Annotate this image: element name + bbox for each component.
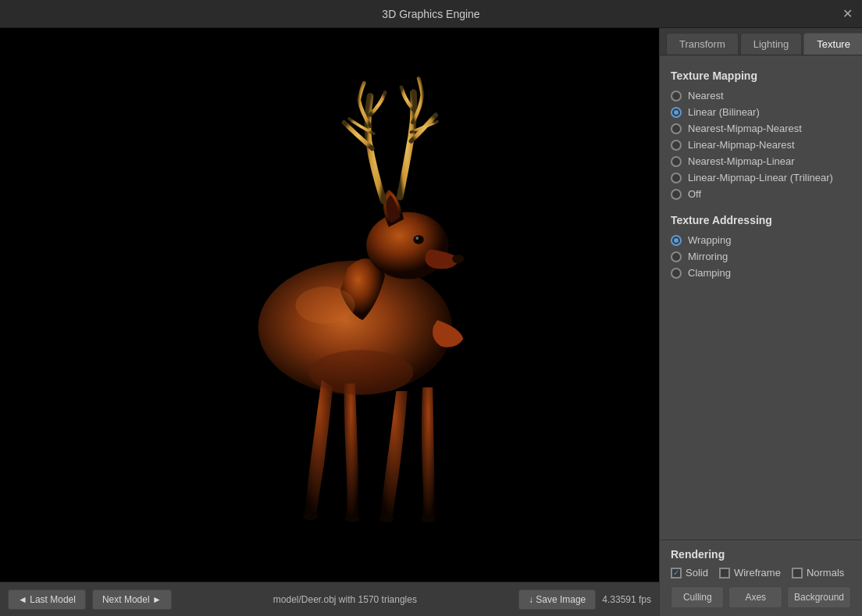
title-bar: 3D Graphics Engine ✕ bbox=[0, 0, 862, 28]
checkbox-solid-label: Solid bbox=[686, 567, 708, 579]
viewport-bottom-bar: ◄ Last Model Next Model ► model/Deer.obj… bbox=[0, 582, 659, 616]
checkbox-solid-item[interactable]: Solid bbox=[671, 567, 708, 579]
radio-linear-bilinear[interactable]: Linear (Bilinear) bbox=[671, 106, 851, 118]
fps-display: 4.33591 fps bbox=[602, 594, 651, 605]
radio-nearest[interactable]: Nearest bbox=[671, 90, 851, 101]
rendering-title: Rendering bbox=[671, 548, 851, 561]
svg-point-7 bbox=[379, 515, 394, 522]
window-title: 3D Graphics Engine bbox=[382, 8, 479, 20]
checkbox-normals-box bbox=[792, 568, 803, 579]
radio-mirroring-label: Mirroring bbox=[688, 251, 728, 262]
close-button[interactable]: ✕ bbox=[842, 8, 853, 20]
radio-nearest-mipmap-nearest[interactable]: Nearest-Mipmap-Nearest bbox=[671, 123, 851, 134]
svg-point-5 bbox=[303, 512, 318, 520]
radio-nearest-circle bbox=[671, 91, 682, 101]
radio-clamping-circle bbox=[671, 268, 682, 279]
radio-nearest-label: Nearest bbox=[688, 90, 724, 101]
save-image-button[interactable]: ↓ Save Image bbox=[518, 589, 596, 610]
culling-button[interactable]: Culling bbox=[671, 586, 724, 608]
radio-lmn-label: Linear-Mipmap-Nearest bbox=[688, 139, 795, 151]
texture-mapping-group: Nearest Linear (Bilinear) Nearest-Mipmap… bbox=[671, 90, 851, 200]
texture-addressing-title: Texture Addressing bbox=[671, 214, 851, 226]
last-model-button[interactable]: ◄ Last Model bbox=[8, 589, 86, 610]
viewport-canvas[interactable] bbox=[0, 28, 659, 582]
model-info-text: model/Deer.obj with 1570 triangles bbox=[178, 594, 512, 605]
svg-point-3 bbox=[413, 235, 423, 244]
radio-linear-bilinear-circle bbox=[671, 107, 682, 118]
radio-lml-circle bbox=[671, 173, 682, 183]
svg-point-2 bbox=[452, 255, 464, 263]
radio-nearest-mipmap-linear[interactable]: Nearest-Mipmap-Linear bbox=[671, 155, 851, 167]
texture-mapping-title: Texture Mapping bbox=[671, 69, 851, 82]
radio-mirroring-circle bbox=[671, 251, 682, 262]
svg-point-8 bbox=[421, 515, 436, 522]
svg-point-9 bbox=[309, 350, 414, 394]
radio-nmn-label: Nearest-Mipmap-Nearest bbox=[688, 123, 802, 134]
svg-point-10 bbox=[295, 287, 354, 324]
rendering-checkboxes: Solid Wireframe Normals bbox=[671, 567, 851, 579]
panel-content: Texture Mapping Nearest Linear (Bilinear… bbox=[660, 55, 862, 539]
viewport-area: ◄ Last Model Next Model ► model/Deer.obj… bbox=[0, 28, 659, 616]
radio-clamping[interactable]: Clamping bbox=[671, 267, 851, 279]
rendering-buttons: Culling Axes Background bbox=[671, 586, 851, 608]
tab-transform[interactable]: Transform bbox=[666, 33, 739, 55]
radio-linear-bilinear-label: Linear (Bilinear) bbox=[688, 106, 760, 118]
checkbox-wireframe-box bbox=[719, 568, 730, 579]
axes-button[interactable]: Axes bbox=[728, 586, 782, 608]
rendering-section: Rendering Solid Wireframe Normals Cullin… bbox=[660, 539, 862, 616]
radio-lmn-circle bbox=[671, 140, 682, 151]
checkbox-wireframe-item[interactable]: Wireframe bbox=[719, 567, 781, 579]
next-model-button[interactable]: Next Model ► bbox=[92, 589, 172, 610]
radio-lml-label: Linear-Mipmap-Linear (Trilinear) bbox=[688, 172, 833, 183]
radio-linear-mipmap-nearest[interactable]: Linear-Mipmap-Nearest bbox=[671, 139, 851, 151]
radio-wrapping[interactable]: Wrapping bbox=[671, 234, 851, 246]
texture-addressing-group: Wrapping Mirroring Clamping bbox=[671, 234, 851, 279]
radio-nml-label: Nearest-Mipmap-Linear bbox=[688, 155, 795, 167]
main-content: ◄ Last Model Next Model ► model/Deer.obj… bbox=[0, 28, 862, 616]
radio-nml-circle bbox=[671, 156, 682, 167]
radio-wrapping-label: Wrapping bbox=[688, 234, 731, 246]
svg-point-6 bbox=[345, 515, 360, 522]
tab-texture[interactable]: Texture bbox=[803, 33, 862, 55]
radio-linear-mipmap-linear[interactable]: Linear-Mipmap-Linear (Trilinear) bbox=[671, 172, 851, 183]
radio-off-circle bbox=[671, 189, 682, 200]
svg-point-4 bbox=[415, 237, 419, 240]
tab-bar: Transform Lighting Texture bbox=[660, 28, 862, 55]
radio-mirroring[interactable]: Mirroring bbox=[671, 251, 851, 262]
checkbox-normals-item[interactable]: Normals bbox=[792, 567, 844, 579]
right-panel: Transform Lighting Texture Texture Mappi… bbox=[659, 28, 862, 616]
tab-lighting[interactable]: Lighting bbox=[740, 33, 803, 55]
radio-nmn-circle bbox=[671, 123, 682, 134]
checkbox-solid-box bbox=[671, 568, 682, 579]
radio-off-label: Off bbox=[688, 188, 701, 200]
deer-model bbox=[167, 52, 573, 559]
svg-point-1 bbox=[366, 212, 448, 279]
radio-clamping-label: Clamping bbox=[688, 267, 731, 279]
background-button[interactable]: Background bbox=[787, 586, 851, 608]
checkbox-normals-label: Normals bbox=[807, 567, 844, 579]
radio-wrapping-circle bbox=[671, 235, 682, 246]
radio-off[interactable]: Off bbox=[671, 188, 851, 200]
checkbox-wireframe-label: Wireframe bbox=[734, 567, 781, 579]
